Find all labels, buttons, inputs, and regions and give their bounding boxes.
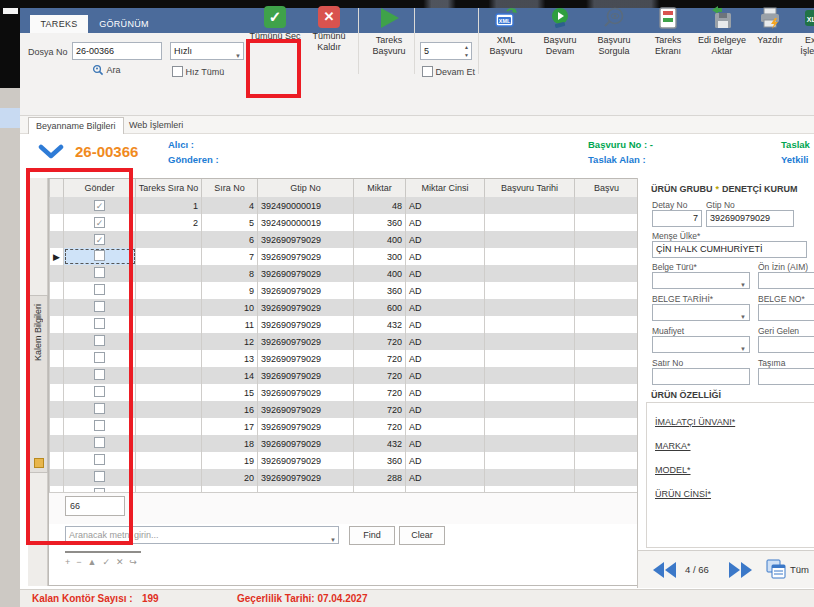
gonder-checkbox[interactable]: [64, 452, 136, 469]
cell-basvuru-tarihi[interactable]: [485, 401, 575, 418]
cell-sira-no[interactable]: 17: [202, 418, 258, 435]
urun-ozelligi-field-label[interactable]: MARKA*: [655, 441, 814, 451]
cell-miktar-cinsi[interactable]: AD: [406, 469, 485, 486]
clear-button[interactable]: Clear: [399, 526, 445, 545]
tab-beyanname-bilgileri[interactable]: Beyanname Bilgileri: [28, 117, 124, 134]
ara-button[interactable]: Ara: [92, 64, 121, 78]
gonder-checkbox[interactable]: ✓: [64, 197, 136, 214]
column-header-basvuru-tarihi[interactable]: Başvuru Tarihi: [485, 179, 575, 197]
cell-miktar-cinsi[interactable]: AD: [406, 231, 485, 248]
cell-miktar[interactable]: 720: [354, 367, 406, 384]
gonder-checkbox[interactable]: ✓: [64, 214, 136, 231]
checkbox-checked-icon[interactable]: ✓: [94, 234, 105, 245]
row-indicator[interactable]: [50, 265, 64, 282]
tum-label[interactable]: Tüm: [790, 564, 809, 575]
gonder-checkbox[interactable]: [64, 248, 136, 265]
cell-miktar[interactable]: 400: [354, 231, 406, 248]
checkbox-unchecked-icon[interactable]: [94, 352, 105, 363]
checkbox-unchecked-icon[interactable]: [94, 420, 105, 431]
navigator-button[interactable]: ▲: [88, 557, 103, 567]
navigator-button[interactable]: +: [65, 557, 76, 567]
cell-tareks-sira-no[interactable]: [136, 231, 202, 248]
cell-tareks-sira-no[interactable]: [136, 299, 202, 316]
cell-gtip-no[interactable]: 392690979029: [258, 435, 354, 452]
cell-basvuru-tarihi[interactable]: [485, 452, 575, 469]
cell-miktar-cinsi[interactable]: AD: [406, 248, 485, 265]
cell-sira-no[interactable]: 9: [202, 282, 258, 299]
gtip-no-field[interactable]: 392690979029: [706, 210, 794, 227]
cell-sira-no[interactable]: 8: [202, 265, 258, 282]
gonder-checkbox[interactable]: [64, 367, 136, 384]
column-header-tareks-sira-no[interactable]: Tareks Sıra No: [136, 179, 202, 197]
checkbox-unchecked-icon[interactable]: [94, 369, 105, 380]
cell-tareks-sira-no[interactable]: [136, 248, 202, 265]
cell-miktar-cinsi[interactable]: AD: [406, 299, 485, 316]
navigator-button[interactable]: ↪: [130, 557, 144, 567]
gonder-checkbox[interactable]: [64, 316, 136, 333]
cell-basvuru-tarihi[interactable]: [485, 214, 575, 231]
cell-gtip-no[interactable]: 392690979029: [258, 265, 354, 282]
cell-sira-no[interactable]: 20: [202, 469, 258, 486]
checkbox-unchecked-icon[interactable]: [94, 284, 105, 295]
table-row[interactable]: 11392690979029432AD: [50, 316, 639, 333]
geri-gelen-esya-field[interactable]: [758, 336, 814, 353]
checkbox-unchecked-icon[interactable]: [94, 471, 105, 482]
cell-miktar-cinsi[interactable]: AD: [406, 333, 485, 350]
row-indicator[interactable]: [50, 401, 64, 418]
cell-gtip-no[interactable]: 392690979029: [258, 282, 354, 299]
cell-miktar-cinsi[interactable]: AD: [406, 367, 485, 384]
tareks-ekrani-button[interactable]: Tareks Ekranı: [644, 6, 692, 76]
column-header-miktar[interactable]: Miktar: [354, 179, 406, 197]
forms-icon[interactable]: [766, 559, 786, 579]
row-indicator[interactable]: [50, 350, 64, 367]
checkbox-unchecked-icon[interactable]: [94, 386, 105, 397]
cell-sira-no[interactable]: 14: [202, 367, 258, 384]
cell-sira-no[interactable]: 6: [202, 231, 258, 248]
hizli-combo[interactable]: Hızlı ▼: [170, 42, 244, 60]
cell-basvuru[interactable]: [575, 333, 639, 350]
gonder-checkbox[interactable]: [64, 401, 136, 418]
basvuru-sorgula-button[interactable]: Başvuru Sorgula: [590, 6, 638, 76]
cell-sira-no[interactable]: 7: [202, 248, 258, 265]
row-indicator[interactable]: [50, 316, 64, 333]
cell-basvuru-tarihi[interactable]: [485, 197, 575, 214]
cell-tareks-sira-no[interactable]: [136, 333, 202, 350]
column-header-indicator[interactable]: [50, 179, 64, 197]
checkbox-unchecked-icon[interactable]: [94, 437, 105, 448]
tumunu-kaldir-button[interactable]: ✕ Tümünü Kaldır: [302, 6, 356, 76]
cell-basvuru[interactable]: [575, 299, 639, 316]
cell-basvuru[interactable]: [575, 248, 639, 265]
cell-miktar-cinsi[interactable]: AD: [406, 418, 485, 435]
checkbox-unchecked-icon[interactable]: [94, 454, 105, 465]
cell-miktar[interactable]: 720: [354, 401, 406, 418]
cell-tareks-sira-no[interactable]: 2: [136, 214, 202, 231]
cell-sira-no[interactable]: 13: [202, 350, 258, 367]
urun-ozelligi-field-label[interactable]: İMALATÇI ÜNVANI*: [655, 417, 814, 427]
cell-miktar-cinsi[interactable]: AD: [406, 197, 485, 214]
cell-sira-no[interactable]: 4: [202, 197, 258, 214]
cell-basvuru[interactable]: [575, 265, 639, 282]
cell-basvuru-tarihi[interactable]: [485, 435, 575, 452]
cell-basvuru-tarihi[interactable]: [485, 333, 575, 350]
yazdir-button[interactable]: Yazdır: [750, 6, 790, 76]
cell-miktar[interactable]: 432: [354, 316, 406, 333]
cell-miktar-cinsi[interactable]: AD: [406, 265, 485, 282]
cell-miktar-cinsi[interactable]: AD: [406, 435, 485, 452]
row-indicator[interactable]: [50, 282, 64, 299]
cell-basvuru-tarihi[interactable]: [485, 316, 575, 333]
table-row[interactable]: ▶7392690979029300AD: [50, 248, 639, 265]
cell-basvuru[interactable]: [575, 214, 639, 231]
cell-basvuru[interactable]: [575, 452, 639, 469]
cell-tareks-sira-no[interactable]: [136, 282, 202, 299]
cell-gtip-no[interactable]: 392690979029: [258, 418, 354, 435]
cell-gtip-no[interactable]: 392690979029: [258, 367, 354, 384]
cell-basvuru[interactable]: [575, 197, 639, 214]
navigator-button[interactable]: ✓: [102, 557, 116, 567]
cell-basvuru[interactable]: [575, 418, 639, 435]
find-button[interactable]: Find: [349, 526, 395, 545]
cell-tareks-sira-no[interactable]: [136, 316, 202, 333]
cell-tareks-sira-no[interactable]: [136, 435, 202, 452]
row-indicator[interactable]: [50, 197, 64, 214]
cell-miktar[interactable]: 600: [354, 299, 406, 316]
cell-sira-no[interactable]: 10: [202, 299, 258, 316]
